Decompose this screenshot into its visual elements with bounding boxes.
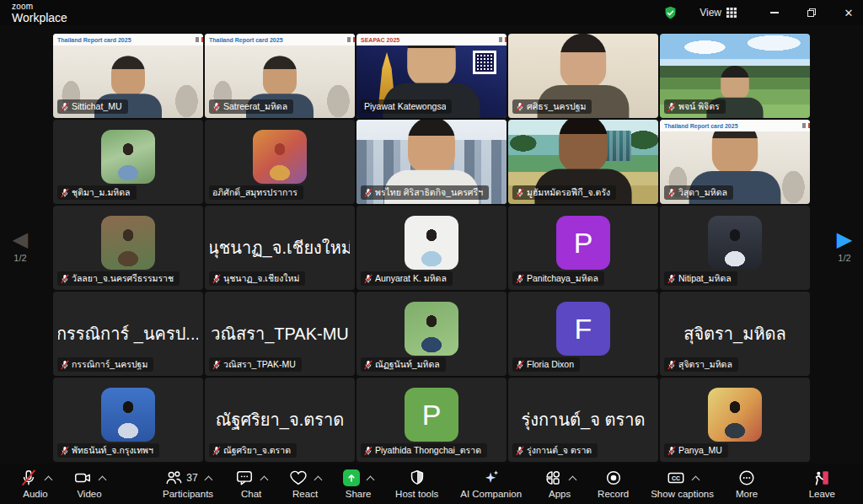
toolbar-participants-button[interactable]: 37 Participants (152, 464, 224, 504)
participant-avatar-photo (405, 216, 458, 270)
chevron-up-icon[interactable] (204, 475, 212, 484)
apps-icon (544, 469, 562, 487)
zoom-workplace-logo: zoom Workplace (12, 3, 67, 24)
toolbar-audio-button[interactable]: Audio (8, 464, 62, 504)
participant-tile[interactable]: กรรณิการ์ _นครป... กรรณิการ์_นครปฐม (53, 292, 203, 376)
participant-name-label: ศศิธร_นครปฐม (512, 99, 592, 114)
participant-tile[interactable]: SEAPAC 2025 Piyawat Katewongsa (356, 34, 507, 118)
muted-mic-icon (61, 446, 69, 456)
participants-count: 37 (186, 472, 197, 484)
page-indicator: 1/2 (13, 253, 26, 263)
workplace-logo-text: Workplace (12, 12, 67, 24)
chevron-up-icon[interactable] (569, 475, 577, 484)
participant-name-text: รุ่งกานต์_จ ตราด (527, 445, 592, 456)
participant-tile[interactable]: รุ่งกานต์_จ ตราด รุ่งกานต์_จ ตราด (508, 378, 658, 462)
participant-name-text: Piyathida Thongchai_ตราด (375, 445, 481, 456)
participant-tile[interactable]: P Piyathida Thongchai_ตราด (356, 378, 507, 462)
minimize-button[interactable] (769, 7, 780, 19)
participant-tile[interactable]: Aunyarat K. มหิดล (356, 206, 507, 290)
participant-tile[interactable]: P Panitchaya_มหิดล (508, 206, 658, 290)
toolbar-item-label: Show captions (651, 489, 714, 499)
participant-name-label: ณัฐศริยา_จ.ตราด (209, 443, 297, 458)
participant-tile[interactable]: พัทธนันท์_จ.กรุงเทพฯ (53, 378, 203, 462)
participant-name-text: วัลลยา_จ.นครศรีธรรมราช (72, 273, 174, 284)
toolbar-leave-button[interactable]: Leave (798, 464, 846, 504)
participant-tile[interactable]: Thailand Report card 2025 Sittichat_MU (53, 34, 203, 118)
meeting-stage: ◀ 1/2 Thailand Report card 2025 Sitticha… (0, 25, 863, 464)
participant-name-label: วัลลยา_จ.นครศรีธรรมราช (57, 271, 180, 286)
chevron-up-icon[interactable] (260, 475, 269, 484)
chevron-up-icon[interactable] (367, 475, 375, 484)
toolbar-host-tools-button[interactable]: Host tools (384, 464, 449, 504)
participant-tile[interactable]: อภิศักดิ์_สมุทรปราการ (205, 120, 355, 204)
toolbar-captions-button[interactable]: CC Show captions (640, 464, 725, 504)
toolbar-react-button[interactable]: React (278, 464, 332, 504)
participant-tile[interactable]: วัลลยา_จ.นครศรีธรรมราช (53, 206, 203, 290)
participant-name-label: นุชนาฏ_จ.เชียงใหม่ (209, 271, 305, 286)
prev-page-button[interactable]: ◀ 1/2 (3, 229, 37, 263)
participant-tile[interactable]: พรไทย ศิริสาธิตกิจ_นครศรีฯ (356, 120, 507, 204)
participant-letter-avatar: P (556, 216, 610, 270)
participant-name-text: Sittichat_MU (72, 101, 122, 112)
participant-name-label: Floria Dixon (512, 357, 580, 372)
toolbar-record-button[interactable]: Record (587, 464, 640, 504)
toolbar-item-label: React (292, 489, 318, 499)
banner-logos (196, 37, 199, 42)
participant-tile[interactable]: Panya_MU (660, 378, 810, 462)
participant-tile[interactable]: Thailand Report card 2025 วิสุดา_มหิดล (660, 120, 810, 204)
participant-tile[interactable]: พจน์ พิจิตร (660, 34, 810, 118)
view-button[interactable]: View (700, 7, 737, 19)
toolbar-item-label: AI Companion (460, 489, 522, 499)
encryption-shield-icon[interactable] (663, 6, 678, 20)
mic-muted-icon (19, 469, 38, 487)
participant-name-label: กรรณิการ์_นครปฐม (57, 357, 153, 372)
participant-name-text: Piyawat Katewongsa (364, 101, 446, 112)
muted-mic-icon (212, 360, 221, 370)
participant-tile[interactable]: ศศิธร_นครปฐม (508, 34, 658, 118)
chevron-up-icon[interactable] (691, 475, 700, 484)
participant-tile[interactable]: Thailand Report card 2025 Satreerat_มหิด… (205, 34, 355, 118)
participant-tile[interactable]: นุชนาฏ_จ.เชียงใหม่ นุชนาฏ_จ.เชียงใหม่ (205, 206, 355, 290)
toolbar-ai-companion-button[interactable]: AI Companion (449, 464, 533, 504)
participant-name-label: มูฮัมหมัดรอฟีกี_จ.ตรัง (512, 185, 616, 200)
participant-tile[interactable]: ณัฐศริยา_จ.ตราด ณัฐศริยา_จ.ตราด (205, 378, 355, 462)
banner-text: SEAPAC 2025 (361, 37, 399, 43)
restore-button[interactable] (806, 7, 817, 19)
sparkle-icon (482, 469, 501, 487)
participant-tile[interactable]: วณิสรา_TPAK-MU วณิสรา_TPAK-MU (205, 292, 355, 376)
participant-tile[interactable]: สุจิตรา_มหิดล สุจิตรา_มหิดล (660, 292, 810, 376)
toolbar-video-button[interactable]: Video (62, 464, 116, 504)
banner-logos (347, 37, 351, 42)
chevron-up-icon[interactable] (45, 475, 53, 484)
participant-avatar-photo (253, 130, 307, 184)
toolbar-chat-button[interactable]: Chat (224, 464, 278, 504)
chevron-up-icon[interactable] (99, 475, 107, 484)
toolbar-share-button[interactable]: Share (332, 464, 384, 504)
heart-icon (289, 469, 308, 487)
participant-tile[interactable]: F Floria Dixon (508, 292, 658, 376)
participant-name-text: สุจิตรา_มหิดล (678, 359, 732, 370)
participant-avatar-photo (708, 216, 762, 270)
participant-tile[interactable]: ชุติมา_ม.มหิดล (53, 120, 203, 204)
titlebar: zoom Workplace View ✕ (0, 0, 863, 25)
restore-icon (807, 8, 816, 17)
muted-mic-icon (364, 188, 373, 198)
next-page-button[interactable]: ▶ 1/2 (828, 229, 861, 263)
muted-mic-icon (61, 188, 69, 198)
participant-name-text: ณัฐศริยา_จ.ตราด (223, 445, 291, 456)
banner-logos (499, 37, 502, 42)
participant-tile[interactable]: Nitipat_มหิดล (660, 206, 810, 290)
participant-name-label: พจน์ พิจิตร (664, 99, 726, 114)
toolbar-apps-button[interactable]: Apps (533, 464, 587, 504)
participant-tile[interactable]: ณัฏฐนันท์_มหิดล (356, 292, 507, 376)
muted-mic-icon (667, 274, 676, 284)
shield-icon (408, 469, 426, 487)
svg-text:CC: CC (672, 475, 680, 481)
participant-tile[interactable]: มูฮัมหมัดรอฟีกี_จ.ตรัง (508, 120, 658, 204)
chevron-up-icon[interactable] (314, 475, 323, 484)
participants-icon (164, 469, 183, 487)
close-button[interactable]: ✕ (843, 7, 855, 19)
muted-mic-icon (212, 274, 221, 284)
toolbar-more-button[interactable]: More (725, 464, 769, 504)
share-icon (343, 469, 360, 486)
